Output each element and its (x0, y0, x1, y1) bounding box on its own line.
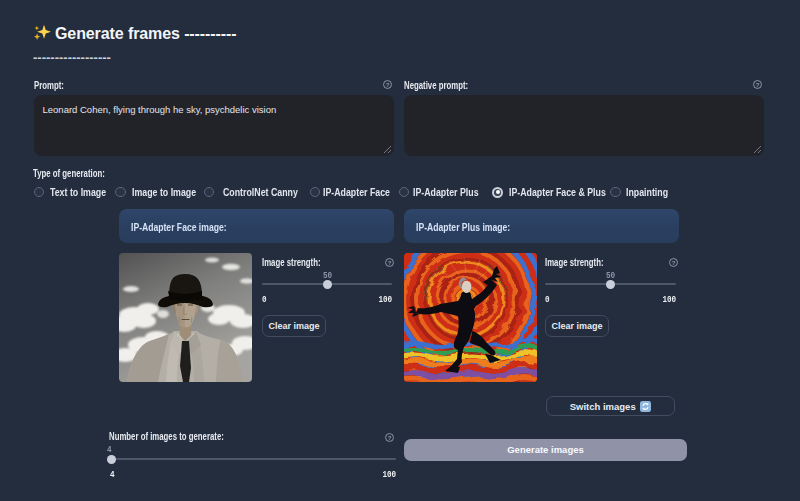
svg-text:?: ? (388, 260, 392, 266)
svg-text:?: ? (387, 435, 391, 441)
svg-text:?: ? (386, 82, 390, 88)
svg-text:?: ? (672, 260, 676, 266)
svg-text:?: ? (756, 82, 760, 88)
